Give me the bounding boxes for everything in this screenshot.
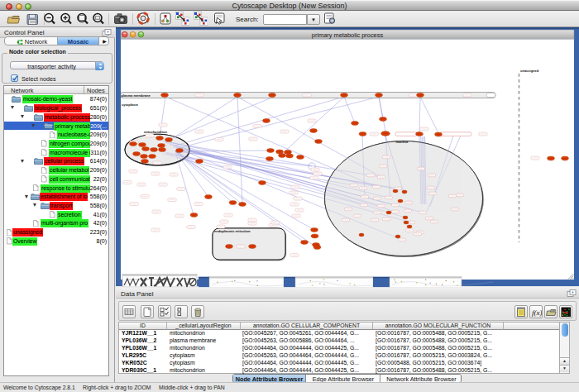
svg-text:f(x): f(x) [532, 308, 542, 317]
svg-text:unassigned: unassigned [520, 69, 539, 73]
svg-text:nucleus: nucleus [395, 140, 409, 144]
svg-text:mitochondrion: mitochondrion [144, 130, 168, 134]
svg-text:cytoplasm: cytoplasm [122, 103, 138, 107]
svg-text:plasma membrane: plasma membrane [122, 93, 151, 98]
svg-text:endoplasmic reticulum: endoplasmic reticulum [214, 229, 251, 233]
svg-text:primary metabolic process: primary metabolic process [312, 31, 384, 39]
